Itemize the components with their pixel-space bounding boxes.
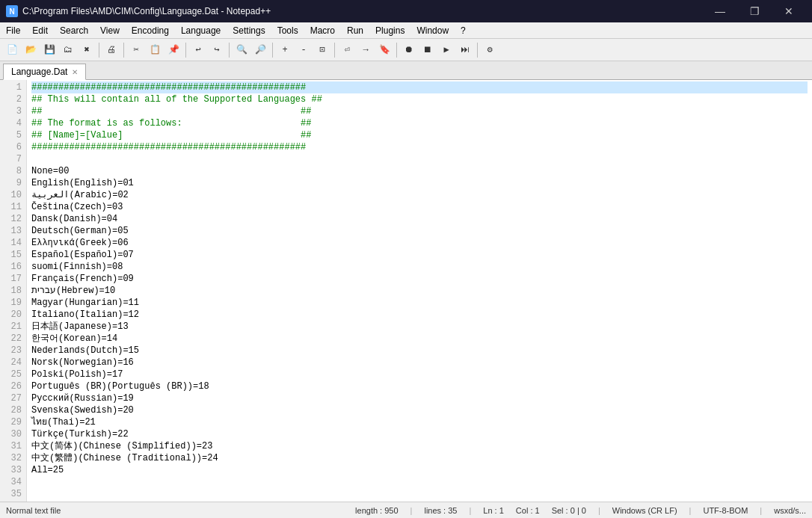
editor-line[interactable]: None=00 bbox=[31, 165, 808, 177]
menu-plugins[interactable]: Plugins bbox=[369, 22, 410, 38]
tb-print[interactable]: 🖨 bbox=[102, 41, 120, 59]
restore-button[interactable]: ❐ bbox=[737, 0, 772, 22]
tb-open[interactable]: 📂 bbox=[22, 41, 40, 59]
editor-line[interactable]: suomi(Finnish)=08 bbox=[31, 261, 808, 273]
tb-run-macro[interactable]: ⏭ bbox=[456, 41, 474, 59]
editor-line[interactable]: 日本語(Japanese)=13 bbox=[31, 321, 808, 333]
editor-line[interactable] bbox=[31, 153, 808, 165]
status-length: length : 950 bbox=[355, 506, 399, 515]
toolbar-sep-6 bbox=[334, 43, 335, 58]
line-number: 28 bbox=[4, 404, 22, 416]
tab-close-button[interactable]: ✕ bbox=[72, 68, 78, 76]
editor-line[interactable]: Italiano(Italian)=12 bbox=[31, 309, 808, 321]
line-numbers: 1234567891011121314151617181920212223242… bbox=[0, 80, 27, 502]
editor-line[interactable]: Ελληνικά(Greek)=06 bbox=[31, 237, 808, 249]
tb-redo[interactable]: ↪ bbox=[208, 41, 226, 59]
editor-line[interactable]: Svenska(Swedish)=20 bbox=[31, 404, 808, 416]
line-number: 18 bbox=[4, 285, 22, 297]
tab-language-dat[interactable]: Language.Dat ✕ bbox=[3, 64, 86, 80]
menu-language[interactable]: Language bbox=[175, 22, 227, 38]
editor-line[interactable]: Español(Español)=07 bbox=[31, 249, 808, 261]
minimize-button[interactable]: — bbox=[703, 0, 737, 22]
tb-find[interactable]: 🔍 bbox=[233, 41, 250, 59]
menu-macro[interactable]: Macro bbox=[304, 22, 341, 38]
editor-line[interactable]: Dansk(Danish)=04 bbox=[31, 213, 808, 225]
menu-window[interactable]: Window bbox=[410, 22, 455, 38]
menu-bar: File Edit Search View Encoding Language … bbox=[0, 22, 812, 39]
editor-line[interactable]: 中文(繁體)(Chinese (Traditional))=24 bbox=[31, 452, 808, 464]
editor-line[interactable]: ## ## bbox=[31, 105, 808, 117]
tb-macro-stop[interactable]: ⏹ bbox=[419, 41, 437, 59]
tb-macro-record[interactable]: ⏺ bbox=[400, 41, 418, 59]
tb-bookmarks[interactable]: 🔖 bbox=[375, 41, 393, 59]
editor-line[interactable]: ## This will contain all of the Supporte… bbox=[31, 93, 808, 105]
menu-run[interactable]: Run bbox=[341, 22, 369, 38]
menu-encoding[interactable]: Encoding bbox=[126, 22, 175, 38]
toolbar-sep-3 bbox=[185, 43, 186, 58]
toolbar-sep-5 bbox=[272, 43, 273, 58]
close-button[interactable]: ✕ bbox=[772, 0, 806, 22]
editor-line[interactable]: Magyar(Hungarian)=11 bbox=[31, 297, 808, 309]
menu-edit[interactable]: Edit bbox=[26, 22, 54, 38]
tb-cut[interactable]: ✂ bbox=[127, 41, 145, 59]
tb-restore-zoom[interactable]: ⊡ bbox=[313, 41, 331, 59]
menu-settings[interactable]: Settings bbox=[227, 22, 271, 38]
editor-line[interactable]: עברית(Hebrew)=10 bbox=[31, 285, 808, 297]
menu-view[interactable]: View bbox=[94, 22, 126, 38]
tb-indent[interactable]: → bbox=[357, 41, 375, 59]
line-number: 17 bbox=[4, 273, 22, 285]
editor-line[interactable] bbox=[31, 488, 808, 500]
editor-line[interactable]: Norsk(Norwegian)=16 bbox=[31, 357, 808, 369]
editor-line[interactable]: Português (BR)(Português (BR))=18 bbox=[31, 380, 808, 392]
status-right: length : 950 | lines : 35 | Ln : 1 Col :… bbox=[355, 506, 806, 515]
editor-line[interactable]: ไทย(Thai)=21 bbox=[31, 416, 808, 428]
line-number: 1 bbox=[4, 81, 22, 93]
editor-line[interactable]: Français(French)=09 bbox=[31, 273, 808, 285]
editor-line[interactable]: Русский(Russian)=19 bbox=[31, 392, 808, 404]
line-number: 15 bbox=[4, 249, 22, 261]
line-number: 35 bbox=[4, 488, 22, 500]
editor-line[interactable]: ########################################… bbox=[31, 141, 808, 153]
editor-line[interactable]: Deutsch(German)=05 bbox=[31, 225, 808, 237]
editor-line[interactable]: العربية(Arabic)=02 bbox=[31, 189, 808, 201]
editor-content[interactable]: ########################################… bbox=[27, 80, 812, 502]
status-bar: Normal text file length : 950 | lines : … bbox=[0, 502, 812, 518]
tb-new[interactable]: 📄 bbox=[3, 41, 21, 59]
editor-line[interactable]: ## [Name]=[Value] ## bbox=[31, 129, 808, 141]
tb-paste[interactable]: 📌 bbox=[164, 41, 182, 59]
tb-zoom-out[interactable]: - bbox=[295, 41, 313, 59]
tb-settings[interactable]: ⚙ bbox=[481, 41, 499, 59]
editor-line[interactable]: Čeština(Czech)=03 bbox=[31, 201, 808, 213]
menu-search[interactable]: Search bbox=[54, 22, 94, 38]
editor-line[interactable]: English(English)=01 bbox=[31, 177, 808, 189]
editor-line[interactable]: ########################################… bbox=[31, 81, 808, 93]
editor-line[interactable]: Nederlands(Dutch)=15 bbox=[31, 345, 808, 357]
editor-line[interactable]: All=25 bbox=[31, 464, 808, 476]
editor-line[interactable]: Türkçe(Turkish)=22 bbox=[31, 428, 808, 440]
tb-wrap[interactable]: ⏎ bbox=[338, 41, 356, 59]
editor-line[interactable]: Polski(Polish)=17 bbox=[31, 369, 808, 380]
line-number: 24 bbox=[4, 357, 22, 369]
tb-undo[interactable]: ↩ bbox=[189, 41, 207, 59]
menu-tools[interactable]: Tools bbox=[271, 22, 304, 38]
tb-close[interactable]: ✖ bbox=[78, 41, 96, 59]
menu-help[interactable]: ? bbox=[455, 22, 472, 38]
title-bar: N C:\Program Files\AMD\CIM\Config\Langua… bbox=[0, 0, 812, 22]
menu-file[interactable]: File bbox=[0, 22, 26, 38]
editor-line[interactable] bbox=[31, 476, 808, 488]
editor-line[interactable]: ## The format is as follows: ## bbox=[31, 117, 808, 129]
tb-copy[interactable]: 📋 bbox=[146, 41, 164, 59]
tb-save[interactable]: 💾 bbox=[40, 41, 58, 59]
line-number: 30 bbox=[4, 428, 22, 440]
tb-save-all[interactable]: 🗂 bbox=[59, 41, 77, 59]
line-number: 14 bbox=[4, 237, 22, 249]
tb-zoom-in[interactable]: + bbox=[276, 41, 294, 59]
line-number: 21 bbox=[4, 321, 22, 333]
editor-line[interactable]: 한국어(Korean)=14 bbox=[31, 333, 808, 345]
line-number: 23 bbox=[4, 345, 22, 357]
tb-replace[interactable]: 🔎 bbox=[251, 41, 269, 59]
editor-line[interactable]: 中文(简体)(Chinese (Simplified))=23 bbox=[31, 440, 808, 452]
tb-macro-play[interactable]: ▶ bbox=[437, 41, 455, 59]
status-line-ending: Windows (CR LF) bbox=[612, 506, 677, 515]
toolbar-sep-4 bbox=[229, 43, 230, 58]
